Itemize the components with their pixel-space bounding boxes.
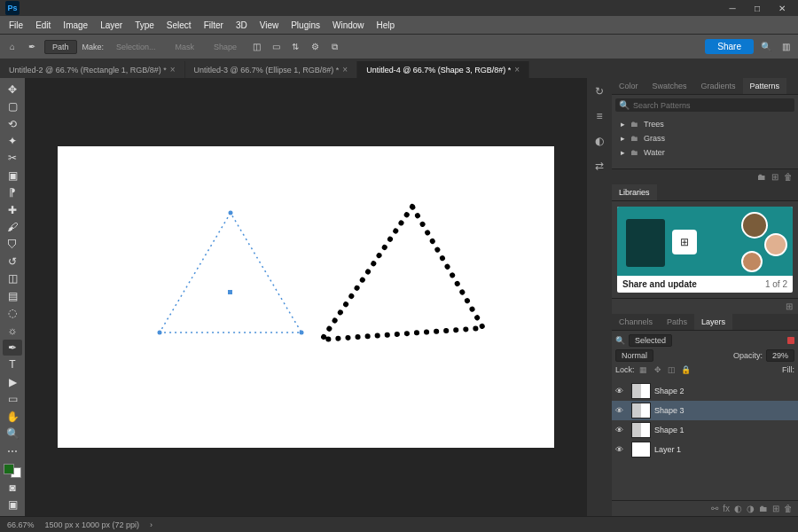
filter-toggle[interactable] — [787, 337, 794, 344]
shape-tool[interactable]: ▭ — [3, 392, 22, 407]
close-icon[interactable]: × — [170, 65, 176, 74]
close-icon[interactable]: × — [342, 65, 348, 74]
lock-all-icon[interactable]: 🔒 — [681, 364, 692, 375]
menu-help[interactable]: Help — [372, 19, 401, 32]
screenmode-tool[interactable]: ▣ — [3, 497, 22, 512]
pattern-folder[interactable]: ▸🖿Water — [619, 145, 791, 160]
history-icon[interactable]: ↻ — [595, 85, 604, 98]
shape-dotted-triangle[interactable] — [315, 200, 492, 350]
document-tab[interactable]: Untitled-4 @ 66.7% (Shape 3, RGB/8#) *× — [357, 61, 529, 78]
adjustments-icon[interactable]: ◐ — [595, 135, 604, 147]
fx-icon[interactable]: fx — [723, 504, 730, 513]
tab-paths[interactable]: Paths — [660, 314, 694, 330]
pen-tool-icon[interactable]: ✒ — [25, 40, 39, 54]
menu-3d[interactable]: 3D — [231, 19, 253, 32]
move-tool[interactable]: ✥ — [3, 82, 22, 97]
opacity-input[interactable]: 29% — [766, 349, 794, 362]
tool-mode-select[interactable]: Path — [44, 40, 77, 54]
lasso-tool[interactable]: ⟲ — [3, 116, 22, 131]
tab-swatches[interactable]: Swatches — [645, 78, 694, 94]
patterns-search-input[interactable] — [633, 101, 791, 110]
group-icon[interactable]: 🖿 — [759, 504, 768, 513]
marquee-tool[interactable]: ▢ — [3, 98, 22, 113]
close-button[interactable]: ✕ — [770, 0, 794, 16]
link-icon[interactable]: ⚯ — [711, 504, 718, 513]
foreground-swatch[interactable] — [4, 464, 14, 474]
gradient-tool[interactable]: ▤ — [3, 288, 22, 303]
layer-row[interactable]: 👁 Shape 3 — [612, 401, 798, 420]
lock-artboard-icon[interactable]: ◫ — [667, 364, 677, 375]
workspace-icon[interactable]: ▥ — [778, 40, 793, 54]
canvas-area[interactable] — [25, 78, 587, 516]
path-ops-icon[interactable]: ◫ — [249, 40, 263, 54]
brushes-icon[interactable]: ⇄ — [595, 160, 604, 172]
pattern-folder[interactable]: ▸🖿Grass — [619, 131, 791, 145]
history-brush-tool[interactable]: ↺ — [3, 254, 22, 269]
menu-edit[interactable]: Edit — [30, 19, 56, 32]
visibility-icon[interactable]: 👁 — [615, 406, 628, 415]
blur-tool[interactable]: ◌ — [3, 305, 22, 320]
blend-mode-select[interactable]: Normal — [615, 349, 653, 362]
make-shape-button[interactable]: Shape — [207, 41, 244, 53]
heal-tool[interactable]: ✚ — [3, 202, 22, 217]
menu-file[interactable]: File — [4, 19, 28, 32]
wand-tool[interactable]: ✦ — [3, 133, 22, 148]
dodge-tool[interactable]: ☼ — [3, 323, 22, 338]
layer-row[interactable]: 👁 Shape 2 — [612, 381, 798, 401]
close-icon[interactable]: × — [514, 65, 520, 74]
menu-type[interactable]: Type — [129, 19, 160, 32]
zoom-tool[interactable]: 🔍 — [3, 426, 22, 441]
chevron-right-icon[interactable]: › — [150, 520, 153, 529]
make-mask-button[interactable]: Mask — [168, 41, 202, 53]
type-tool[interactable]: T — [3, 357, 22, 372]
layer-row[interactable]: 👁 Shape 1 — [612, 420, 798, 440]
pattern-folder[interactable]: ▸🖿Trees — [619, 117, 791, 131]
edit-toolbar[interactable]: ⋯ — [3, 443, 22, 458]
menu-view[interactable]: View — [254, 19, 285, 32]
make-selection-button[interactable]: Selection... — [109, 41, 163, 53]
tab-gradients[interactable]: Gradients — [694, 78, 743, 94]
eraser-tool[interactable]: ◫ — [3, 271, 22, 286]
menu-plugins[interactable]: Plugins — [286, 19, 325, 32]
visibility-icon[interactable]: 👁 — [615, 426, 628, 434]
menu-filter[interactable]: Filter — [199, 19, 229, 32]
eyedropper-tool[interactable]: ⁋ — [3, 185, 22, 200]
arrange-icon[interactable]: ⇅ — [288, 40, 302, 54]
visibility-icon[interactable]: 👁 — [615, 387, 628, 395]
color-swatches[interactable] — [4, 464, 21, 478]
search-icon[interactable]: 🔍 — [759, 40, 773, 54]
lock-position-icon[interactable]: ✥ — [653, 364, 663, 375]
tab-libraries[interactable]: Libraries — [612, 184, 657, 200]
shape-selected-triangle[interactable] — [155, 208, 306, 341]
new-library-icon[interactable]: ⊞ — [786, 301, 793, 311]
tab-layers[interactable]: Layers — [694, 314, 732, 330]
tab-channels[interactable]: Channels — [612, 314, 660, 330]
doc-dimensions[interactable]: 1500 px x 1000 px (72 ppi) — [45, 520, 140, 529]
layer-row[interactable]: 👁 Layer 1 — [612, 440, 798, 459]
minimize-button[interactable]: ─ — [720, 0, 745, 16]
new-layer-icon[interactable]: ⊞ — [772, 504, 779, 513]
align-icon[interactable]: ▭ — [269, 40, 283, 54]
tab-color[interactable]: Color — [612, 78, 645, 94]
mask-icon[interactable]: ◐ — [734, 504, 742, 513]
menu-layer[interactable]: Layer — [95, 19, 128, 32]
new-folder-icon[interactable]: 🖿 — [757, 172, 766, 182]
document-tab[interactable]: Untitled-3 @ 66.7% (Ellipse 1, RGB/8#) *… — [185, 61, 358, 78]
tab-patterns[interactable]: Patterns — [743, 78, 787, 94]
properties-icon[interactable]: ≡ — [596, 110, 602, 122]
rubber-band-icon[interactable]: ⧉ — [327, 40, 341, 54]
layer-filter-select[interactable]: Selected — [629, 334, 672, 347]
canvas[interactable] — [58, 146, 554, 448]
share-button[interactable]: Share — [705, 39, 754, 54]
gear-icon[interactable]: ⚙ — [308, 40, 322, 54]
adjustment-icon[interactable]: ◑ — [747, 504, 755, 513]
libraries-card[interactable]: ⊞ Share and update 1 of 2 — [617, 207, 793, 293]
trash-icon[interactable]: 🗑 — [784, 172, 793, 182]
trash-icon[interactable]: 🗑 — [784, 504, 793, 513]
visibility-icon[interactable]: 👁 — [615, 445, 628, 454]
quickmask-tool[interactable]: ◙ — [3, 480, 22, 495]
lock-pixels-icon[interactable]: ▦ — [638, 364, 649, 375]
frame-tool[interactable]: ▣ — [3, 168, 22, 183]
crop-tool[interactable]: ✂ — [3, 151, 22, 166]
new-item-icon[interactable]: ⊞ — [771, 172, 778, 182]
